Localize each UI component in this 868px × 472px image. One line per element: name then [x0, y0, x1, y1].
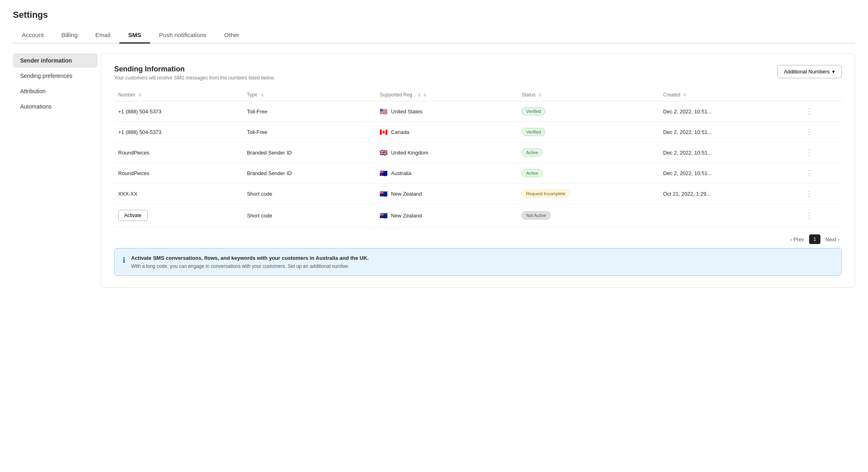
activate-button[interactable]: Activate: [118, 210, 148, 221]
chevron-down-icon: ▾: [832, 69, 835, 75]
sidebar-item-sender-information[interactable]: Sender information: [13, 53, 98, 68]
cell-created: Dec 2, 2022, 10:51...: [659, 101, 801, 122]
country-name: Canada: [391, 129, 409, 135]
cell-country: 🇬🇧 United Kingdom: [376, 142, 517, 163]
sort-created-icon[interactable]: ⇅: [683, 93, 686, 97]
tab-push[interactable]: Push notifications: [150, 27, 215, 44]
prev-page-button[interactable]: ‹ Prev: [788, 235, 807, 244]
col-status: Status ⇅: [517, 89, 659, 101]
status-badge: Active: [522, 169, 542, 177]
cell-type: Branded Sender ID: [243, 142, 376, 163]
cell-type: Toll-Free: [243, 101, 376, 122]
cell-more: ⋮: [801, 184, 842, 204]
top-nav: Account Billing Email SMS Push notificat…: [13, 27, 855, 44]
sidebar-item-automations[interactable]: Automations: [13, 99, 98, 114]
table-header-row: Number ⇅ Type ⇅ Supported Reg... ℹ ⇅: [114, 89, 842, 101]
cell-country: 🇺🇸 United States: [376, 101, 517, 122]
cell-number: Activate: [114, 204, 243, 227]
cell-more: ⋮: [801, 163, 842, 184]
table-row: RoundPieces Branded Sender ID 🇬🇧 United …: [114, 142, 842, 163]
cell-created: [659, 204, 801, 227]
cell-status: Request Incomplete: [517, 184, 659, 204]
flag-icon: 🇦🇺: [380, 169, 388, 177]
flag-icon: 🇳🇿: [380, 190, 388, 198]
cell-created: Dec 2, 2022, 10:51...: [659, 142, 801, 163]
cell-created: Oct 21, 2022, 1:29...: [659, 184, 801, 204]
cell-number: +1 (888) 504-5373: [114, 101, 243, 122]
status-badge: Active: [522, 148, 542, 157]
table-row: Activate Short code 🇳🇿 New Zealand Not A…: [114, 204, 842, 227]
sort-regions-icon[interactable]: ⇅: [423, 93, 426, 97]
sort-type-icon[interactable]: ⇅: [261, 93, 264, 97]
sort-number-icon[interactable]: ⇅: [138, 93, 142, 97]
cell-number: XXX-XX: [114, 184, 243, 204]
additional-numbers-button[interactable]: Additional Numbers ▾: [777, 65, 842, 78]
cell-type: Branded Sender ID: [243, 163, 376, 184]
settings-page: Settings Account Billing Email SMS Push …: [0, 0, 868, 472]
table-row: +1 (888) 504-5373 Toll-Free 🇺🇸 United St…: [114, 101, 842, 122]
more-options-icon[interactable]: ⋮: [805, 128, 814, 136]
sort-status-icon[interactable]: ⇅: [538, 93, 542, 97]
col-supported-regions: Supported Reg... ℹ ⇅: [376, 89, 517, 101]
sidebar-item-attribution[interactable]: Attribution: [13, 84, 98, 98]
status-badge: Verified: [522, 128, 545, 136]
numbers-table: Number ⇅ Type ⇅ Supported Reg... ℹ ⇅: [114, 89, 842, 227]
more-options-icon[interactable]: ⋮: [805, 107, 814, 115]
main-subtitle: Your customers will receive SMS messages…: [114, 75, 275, 81]
col-number: Number ⇅: [114, 89, 243, 101]
cell-type: Short code: [243, 204, 376, 227]
cell-created: Dec 2, 2022, 10:51...: [659, 163, 801, 184]
main-header: Sending Information Your customers will …: [114, 65, 842, 81]
page-1-button[interactable]: 1: [809, 234, 821, 244]
cell-status: Active: [517, 163, 659, 184]
country-name: New Zealand: [391, 191, 422, 197]
flag-icon: 🇺🇸: [380, 108, 388, 115]
cell-status: Not Active: [517, 204, 659, 227]
sidebar-item-sending-preferences[interactable]: Sending preferences: [13, 69, 98, 83]
cell-more: ⋮: [801, 122, 842, 142]
info-banner-title: Activate SMS conversations, flows, and k…: [131, 255, 369, 261]
more-options-icon[interactable]: ⋮: [805, 190, 814, 198]
cell-number: RoundPieces: [114, 142, 243, 163]
country-cell: 🇺🇸 United States: [380, 108, 513, 115]
tab-other[interactable]: Other: [215, 27, 248, 44]
main-title: Sending Information: [114, 65, 275, 73]
more-options-icon[interactable]: ⋮: [805, 211, 814, 219]
more-options-icon[interactable]: ⋮: [805, 148, 814, 157]
tab-billing[interactable]: Billing: [52, 27, 86, 44]
country-name: United Kingdom: [391, 150, 428, 156]
country-cell: 🇦🇺 Australia: [380, 169, 513, 177]
country-cell: 🇬🇧 United Kingdom: [380, 149, 513, 157]
cell-status: Verified: [517, 122, 659, 142]
cell-created: Dec 2, 2022, 10:51...: [659, 122, 801, 142]
status-badge: Not Active: [522, 211, 551, 219]
tab-email[interactable]: Email: [86, 27, 119, 44]
status-badge: Request Incomplete: [522, 190, 570, 198]
info-banner-icon: ℹ: [123, 256, 125, 265]
more-options-icon[interactable]: ⋮: [805, 169, 814, 177]
main-content: Sending Information Your customers will …: [101, 53, 855, 288]
next-page-button[interactable]: Next ›: [823, 235, 842, 244]
pagination: ‹ Prev 1 Next ›: [114, 234, 842, 244]
cell-number: RoundPieces: [114, 163, 243, 184]
cell-status: Verified: [517, 101, 659, 122]
status-badge: Verified: [522, 107, 545, 115]
tab-account[interactable]: Account: [13, 27, 52, 44]
col-actions: [801, 89, 842, 101]
country-cell: 🇨🇦 Canada: [380, 128, 513, 136]
col-type: Type ⇅: [243, 89, 376, 101]
country-name: Australia: [391, 170, 411, 176]
info-banner: ℹ Activate SMS conversations, flows, and…: [114, 248, 842, 276]
flag-icon: 🇳🇿: [380, 212, 388, 219]
cell-more: ⋮: [801, 142, 842, 163]
cell-country: 🇦🇺 Australia: [376, 163, 517, 184]
tab-sms[interactable]: SMS: [119, 27, 150, 44]
cell-country: 🇨🇦 Canada: [376, 122, 517, 142]
table-row: RoundPieces Branded Sender ID 🇦🇺 Austral…: [114, 163, 842, 184]
col-created: Created ⇅: [659, 89, 801, 101]
info-banner-text: Activate SMS conversations, flows, and k…: [131, 255, 369, 269]
info-banner-body: With a long code, you can engage in conv…: [131, 263, 349, 269]
additional-numbers-label: Additional Numbers: [784, 69, 830, 75]
country-cell: 🇳🇿 New Zealand: [380, 190, 513, 198]
country-name: United States: [391, 109, 422, 115]
